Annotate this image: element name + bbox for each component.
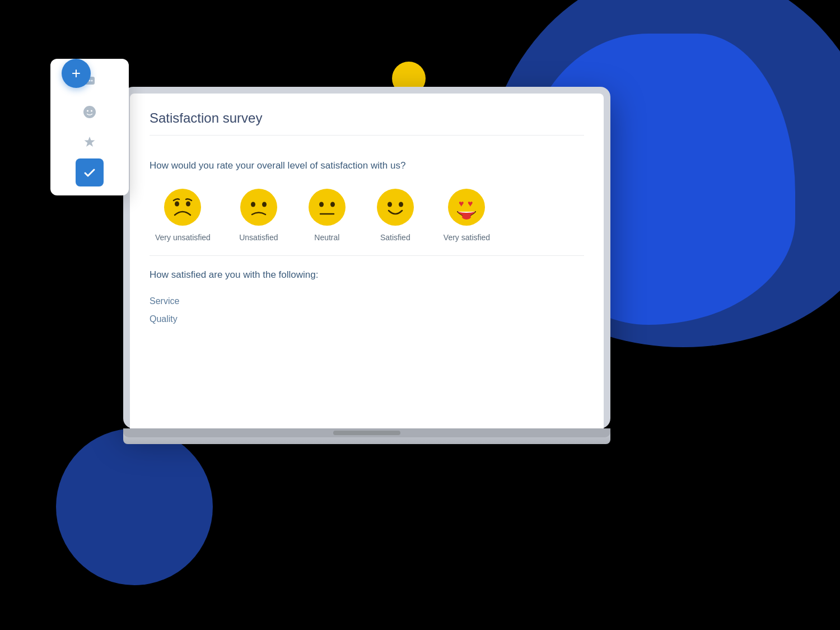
satisfaction-quality: Quality <box>150 314 584 324</box>
svg-point-24 <box>462 214 471 220</box>
very-unsatisfied-label: Very unsatisfied <box>155 233 211 242</box>
option-unsatisfied[interactable]: Unsatisfied <box>239 187 279 242</box>
question-2-text: How satisfied are you with the following… <box>150 269 584 281</box>
laptop-hinge <box>333 431 400 435</box>
laptop-screen-inner: Satisfaction survey How would you rate y… <box>130 94 604 428</box>
svg-point-19 <box>388 202 392 207</box>
svg-text:♥: ♥ <box>468 199 473 208</box>
satisfaction-service: Service <box>150 296 584 306</box>
svg-point-6 <box>91 110 92 112</box>
svg-text:♥: ♥ <box>459 199 464 208</box>
sidebar-item-star[interactable] <box>76 128 104 156</box>
option-satisfied[interactable]: Satisfied <box>375 187 416 242</box>
svg-point-3 <box>91 80 93 82</box>
svg-point-4 <box>83 106 96 118</box>
svg-point-15 <box>319 202 324 207</box>
question-1-section: How would you rate your overall level of… <box>150 147 584 256</box>
survey-title: Satisfaction survey <box>150 110 584 136</box>
sidebar-panel <box>50 59 129 195</box>
svg-point-10 <box>186 202 190 207</box>
unsatisfied-emoji <box>239 187 279 227</box>
laptop-base <box>123 428 610 444</box>
svg-point-9 <box>175 202 179 207</box>
laptop-foot <box>123 428 610 437</box>
very-unsatisfied-emoji <box>162 187 203 227</box>
option-neutral[interactable]: Neutral <box>307 187 347 242</box>
add-button[interactable]: + <box>62 59 91 88</box>
svg-point-21 <box>448 189 485 226</box>
neutral-emoji <box>307 187 347 227</box>
svg-point-13 <box>262 202 267 207</box>
option-very-unsatisfied[interactable]: Very unsatisfied <box>155 187 211 242</box>
very-satisfied-emoji: ♥ ♥ <box>446 187 487 227</box>
unsatisfied-label: Unsatisfied <box>239 233 278 242</box>
svg-point-14 <box>309 189 346 226</box>
sidebar-item-checkmark[interactable] <box>76 158 104 186</box>
option-very-satisfied[interactable]: ♥ ♥ Very satisfied <box>444 187 490 242</box>
emoji-options-row: Very unsatisfied <box>155 187 584 242</box>
very-satisfied-label: Very satisfied <box>444 233 490 242</box>
satisfied-label: Satisfied <box>380 233 410 242</box>
svg-marker-7 <box>85 137 95 147</box>
svg-point-5 <box>87 110 88 112</box>
laptop: Satisfaction survey How would you rate y… <box>123 87 610 468</box>
svg-point-11 <box>240 189 277 226</box>
svg-point-20 <box>399 202 403 207</box>
question-1-text: How would you rate your overall level of… <box>150 160 584 171</box>
satisfied-emoji <box>375 187 416 227</box>
svg-point-16 <box>330 202 335 207</box>
survey-content: Satisfaction survey How would you rate y… <box>130 94 604 428</box>
question-2-section: How satisfied are you with the following… <box>150 256 584 346</box>
laptop-screen: Satisfaction survey How would you rate y… <box>123 87 610 428</box>
neutral-label: Neutral <box>314 233 339 242</box>
svg-point-18 <box>377 189 414 226</box>
svg-point-12 <box>251 202 255 207</box>
svg-point-8 <box>164 189 201 226</box>
sidebar-item-emoji[interactable] <box>76 98 104 126</box>
